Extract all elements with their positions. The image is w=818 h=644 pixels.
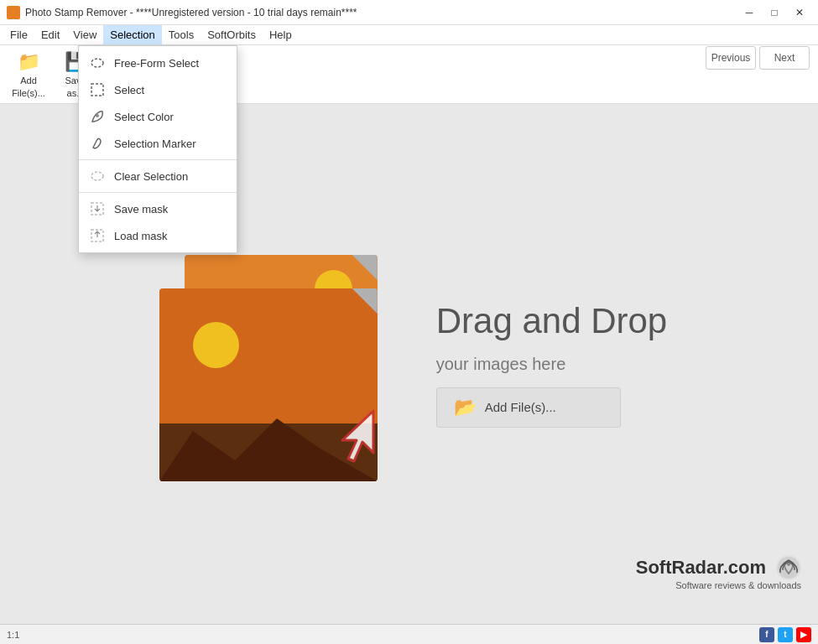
clear-selection-label: Clear Selection	[114, 170, 188, 183]
select-icon	[89, 81, 106, 98]
title-bar-text: Photo Stamp Remover - ****Unregistered v…	[25, 7, 357, 18]
svg-point-2	[96, 114, 99, 117]
free-form-select-label: Free-Form Select	[114, 57, 199, 70]
save-mask-label: Save mask	[114, 203, 168, 216]
add-files-icon: 📁	[15, 51, 42, 73]
menu-view[interactable]: View	[66, 25, 103, 44]
svg-rect-1	[91, 84, 103, 96]
load-mask-label: Load mask	[114, 230, 168, 242]
load-mask-item[interactable]: Load mask	[79, 222, 237, 249]
next-button[interactable]: Next	[759, 46, 810, 70]
free-form-select-item[interactable]: Free-Form Select	[79, 49, 237, 76]
corner-fold-back	[352, 255, 378, 280]
save-mask-icon	[89, 200, 106, 217]
selection-marker-label: Selection Marker	[114, 138, 196, 150]
title-bar-controls: ─ □ ✕	[737, 4, 811, 21]
menu-help[interactable]: Help	[263, 25, 299, 44]
select-label: Select	[114, 84, 144, 96]
sun-front	[193, 322, 239, 368]
clear-selection-icon	[89, 168, 106, 184]
menu-bar: File Edit View Selection Tools SoftOrbit…	[0, 25, 818, 45]
menu-selection[interactable]: Selection	[103, 25, 161, 44]
status-right: f t ▶	[759, 627, 811, 642]
drag-drop-title: Drag and Drop	[436, 301, 667, 341]
menu-edit[interactable]: Edit	[34, 25, 66, 44]
corner-fold-front	[352, 288, 378, 314]
minimize-button[interactable]: ─	[737, 4, 761, 21]
menu-file[interactable]: File	[3, 25, 34, 44]
social-icons: f t ▶	[759, 627, 811, 642]
clear-selection-item[interactable]: Clear Selection	[79, 163, 237, 190]
dropdown-separator-1	[79, 159, 237, 160]
nav-buttons: Previous Next	[706, 46, 810, 70]
close-button[interactable]: ✕	[788, 4, 811, 21]
status-bar: 1:1 f t ▶	[0, 624, 818, 644]
title-bar-left: Photo Stamp Remover - ****Unregistered v…	[7, 6, 357, 19]
watermark-logo	[776, 555, 801, 580]
drag-drop-area: Drag and Drop your images here 📂 Add Fil…	[151, 238, 667, 490]
menu-tools[interactable]: Tools	[162, 25, 201, 44]
drag-drop-subtitle: your images here	[436, 355, 667, 374]
selection-dropdown: Free-Form Select Select Select Color Sel…	[78, 45, 237, 253]
free-form-select-icon	[89, 55, 106, 71]
add-files-button-label: Add File(s)...	[485, 400, 556, 414]
load-mask-icon	[89, 227, 106, 244]
add-files-toolbar-button[interactable]: 📁 Add File(s)...	[7, 50, 50, 99]
watermark-title: SoftRadar.com	[636, 557, 766, 579]
zoom-level: 1:1	[7, 630, 19, 640]
watermark-subtitle: Software reviews & downloads	[636, 580, 801, 590]
dropdown-separator-2	[79, 192, 237, 193]
cursor-icon	[323, 407, 378, 481]
selection-marker-icon	[89, 135, 106, 152]
title-bar: Photo Stamp Remover - ****Unregistered v…	[0, 0, 818, 25]
app-icon	[7, 6, 20, 19]
twitter-icon: t	[778, 627, 793, 642]
image-stack	[151, 238, 403, 490]
add-files-button[interactable]: 📂 Add File(s)...	[436, 387, 621, 428]
maximize-button[interactable]: □	[763, 4, 786, 21]
select-color-label: Select Color	[114, 111, 174, 123]
facebook-icon: f	[759, 627, 774, 642]
svg-point-0	[91, 59, 103, 67]
svg-marker-8	[342, 411, 373, 461]
youtube-icon: ▶	[796, 627, 811, 642]
folder-icon: 📂	[454, 397, 477, 418]
add-files-label2: File(s)...	[12, 88, 45, 98]
svg-point-3	[91, 172, 103, 180]
select-color-icon	[89, 108, 106, 125]
select-color-item[interactable]: Select Color	[79, 103, 237, 130]
save-mask-item[interactable]: Save mask	[79, 195, 237, 222]
drag-drop-text-area: Drag and Drop your images here 📂 Add Fil…	[436, 301, 667, 428]
watermark: SoftRadar.com Software reviews & downloa…	[636, 555, 801, 590]
previous-button[interactable]: Previous	[706, 46, 756, 70]
select-item[interactable]: Select	[79, 76, 237, 103]
selection-marker-item[interactable]: Selection Marker	[79, 130, 237, 157]
menu-softorbits[interactable]: SoftOrbits	[201, 25, 263, 44]
add-files-label: Add	[20, 75, 37, 86]
